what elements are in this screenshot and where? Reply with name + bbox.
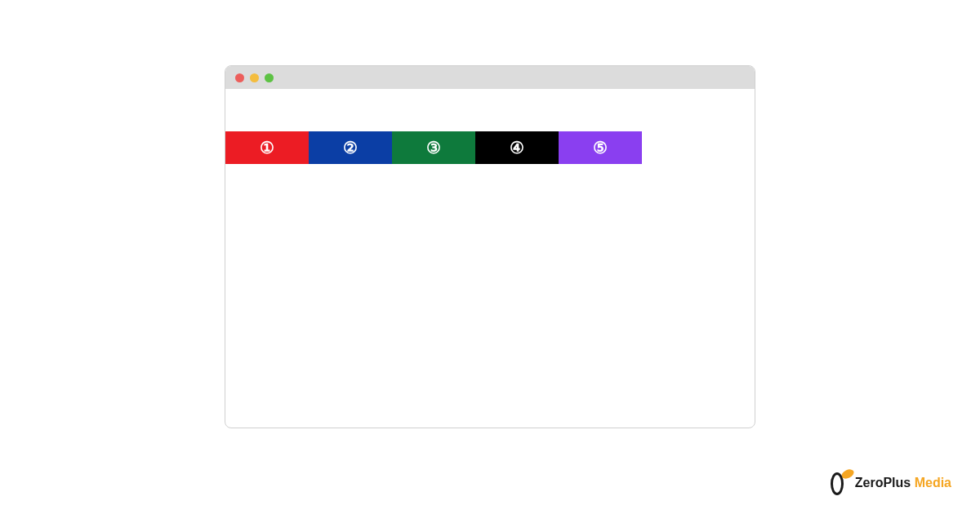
color-block-row: ① ② ③ ④ ⑤ bbox=[225, 131, 755, 164]
minimize-icon[interactable] bbox=[250, 73, 259, 82]
window-titlebar bbox=[225, 66, 755, 89]
window-content: ① ② ③ ④ ⑤ bbox=[225, 89, 755, 164]
watermark-logo: ZeroPlus Media bbox=[831, 470, 951, 496]
watermark-text: ZeroPlus Media bbox=[855, 476, 951, 490]
zeroplus-icon bbox=[831, 470, 852, 496]
brand-name: ZeroPlus bbox=[855, 476, 911, 490]
color-block-5: ⑤ bbox=[559, 131, 642, 164]
maximize-icon[interactable] bbox=[265, 73, 274, 82]
color-block-1: ① bbox=[225, 131, 309, 164]
color-block-4: ④ bbox=[475, 131, 559, 164]
browser-window: ① ② ③ ④ ⑤ bbox=[225, 65, 755, 428]
color-block-2: ② bbox=[309, 131, 392, 164]
close-icon[interactable] bbox=[235, 73, 244, 82]
brand-suffix: Media bbox=[915, 476, 951, 490]
color-block-3: ③ bbox=[392, 131, 475, 164]
